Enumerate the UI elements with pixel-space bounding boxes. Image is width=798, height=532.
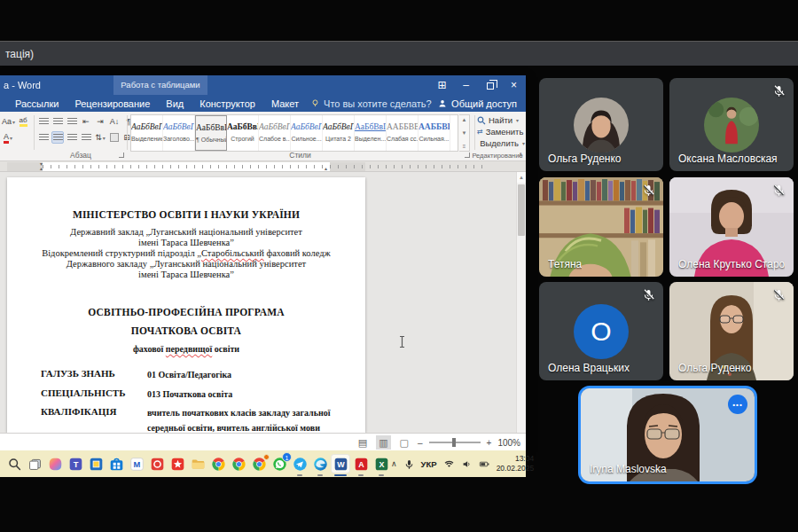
scrollbar-thumb[interactable]: [518, 184, 525, 236]
taskbar-icon-whatsapp[interactable]: 1: [270, 454, 289, 473]
style-name: Выделен...: [355, 136, 386, 142]
taskbar-icon-file-explorer[interactable]: [188, 454, 207, 473]
line-spacing-button[interactable]: ⇅▾: [94, 131, 106, 144]
style-gallery-item[interactable]: АаБбВвГгВыделение: [131, 115, 163, 151]
web-layout-button[interactable]: ▢: [397, 435, 411, 450]
participant-tile[interactable]: Олена Крутько Старо...: [669, 177, 794, 277]
close-button[interactable]: ×: [502, 75, 526, 95]
group-separator: [474, 115, 475, 150]
tab-review[interactable]: Рецензирование: [66, 98, 158, 109]
taskbar-icon-red-app-circle[interactable]: [147, 454, 167, 473]
taskbar-icon-word[interactable]: W: [331, 454, 350, 473]
print-layout-button[interactable]: ▥: [376, 435, 390, 450]
multilevel-list-button[interactable]: [66, 115, 78, 128]
collapse-ribbon-button[interactable]: ∧: [518, 151, 523, 159]
find-button[interactable]: Найти▾: [477, 114, 525, 126]
style-gallery-item[interactable]: АаБбВвГ:Сильное...: [291, 115, 323, 151]
style-name: ¶ Обычный: [196, 137, 226, 143]
participant-tile[interactable]: Тетяна: [539, 177, 663, 277]
share-button[interactable]: Общий доступ: [437, 98, 526, 109]
taskbar-icon-red-app-star[interactable]: [168, 454, 187, 473]
taskbar-icon-search[interactable]: [4, 454, 24, 473]
replace-button[interactable]: ⇄ Заменить: [477, 126, 525, 137]
taskbar-icon-mail-app[interactable]: M: [127, 454, 146, 473]
taskbar-icon-chrome-profile-3[interactable]: [249, 454, 269, 473]
tab-table-design[interactable]: Конструктор: [192, 98, 263, 109]
styles-gallery-scroll[interactable]: ▲▼≡: [459, 114, 470, 152]
select-button[interactable]: Выделить▾: [477, 137, 525, 149]
restore-button[interactable]: [478, 75, 502, 95]
taskbar-icon-chrome-profile-2[interactable]: [229, 454, 248, 473]
clock[interactable]: 13:04 20.02.2025: [497, 454, 535, 473]
style-sample: АаБбВвГ: [163, 118, 194, 136]
font-color-button[interactable]: А▾: [2, 131, 14, 144]
participant-tile[interactable]: Оксана Масловская: [669, 78, 794, 171]
taskbar-icon-acrobat[interactable]: A: [351, 454, 371, 473]
taskbar-icon-excel[interactable]: X: [372, 454, 391, 473]
language-indicator[interactable]: УКР: [421, 459, 437, 469]
tab-mailings[interactable]: Рассылки: [7, 98, 66, 109]
person-icon: [437, 98, 448, 109]
style-gallery-item[interactable]: АаБбВвГг,¶ Обычный: [195, 115, 227, 151]
read-mode-button[interactable]: ▤: [356, 435, 370, 450]
zoom-in-button[interactable]: +: [487, 438, 492, 448]
taskbar-icon-chrome-profile-1[interactable]: [208, 454, 228, 473]
taskbar-icon-microsoft-store[interactable]: [106, 454, 126, 473]
text-highlight-color-button[interactable]: аб: [17, 115, 29, 128]
tell-me-box[interactable]: Что вы хотите сделать?: [310, 98, 432, 109]
paragraph-dialog-launcher[interactable]: [119, 153, 124, 158]
decrease-indent-button[interactable]: ⇤: [80, 115, 92, 128]
align-left-button[interactable]: [37, 131, 50, 144]
battery-icon[interactable]: [479, 458, 490, 470]
bullets-button[interactable]: [37, 115, 50, 128]
numbering-button[interactable]: [51, 115, 64, 128]
ribbon-display-options-button[interactable]: ⊞: [430, 75, 454, 95]
style-gallery-item[interactable]: АаБбВвІСтрогий: [227, 115, 259, 151]
style-gallery-item[interactable]: АаБбВвГгЦитата 2: [323, 115, 355, 151]
increase-indent-button[interactable]: ⇥: [94, 115, 106, 128]
taskbar-icon-task-view[interactable]: [25, 454, 44, 473]
align-right-button[interactable]: [66, 131, 78, 144]
participant-tile[interactable]: Ольга Руденко: [539, 78, 663, 171]
minimize-button[interactable]: –: [454, 75, 478, 95]
tile-menu-button[interactable]: •••: [728, 395, 747, 414]
participant-name: Ольга Руденко: [678, 362, 752, 374]
taskbar-icon-teams[interactable]: T: [66, 454, 85, 473]
horizontal-ruler[interactable]: ▾ ▴ ▴: [0, 161, 526, 172]
vertical-scrollbar[interactable]: ▲: [516, 172, 526, 433]
tray-mic-icon[interactable]: [403, 458, 415, 470]
zoom-slider-thumb[interactable]: [452, 438, 456, 447]
right-indent-marker[interactable]: ▴: [325, 166, 327, 171]
document-canvas[interactable]: МІНІСТЕРСТВО ОСВІТИ І НАУКИ УКРАЇНИ Держ…: [0, 172, 526, 433]
tray-chevron-icon[interactable]: ∧: [391, 459, 397, 468]
sort-button[interactable]: А↓: [108, 115, 121, 128]
participant-tile[interactable]: ООлена Врацьких: [539, 282, 663, 380]
align-center-button[interactable]: [51, 131, 64, 144]
taskbar-icon-copilot[interactable]: [45, 454, 65, 473]
document-page[interactable]: МІНІСТЕРСТВО ОСВІТИ І НАУКИ УКРАЇНИ Держ…: [7, 177, 365, 433]
justify-button[interactable]: [80, 131, 92, 144]
taskbar-icon-photos-app[interactable]: [86, 454, 106, 473]
style-gallery-item[interactable]: АаБбВвГ:Слабое в...: [259, 115, 291, 151]
volume-icon[interactable]: [461, 458, 473, 470]
participant-tile[interactable]: •••Iryna Maslovska: [581, 388, 755, 481]
left-indent-marker[interactable]: ▴: [40, 166, 43, 171]
taskbar-icon-edge[interactable]: [310, 454, 330, 473]
participant-tile[interactable]: Ольга Руденко: [669, 282, 794, 380]
zoom-out-button[interactable]: –: [418, 438, 423, 448]
wifi-icon[interactable]: [443, 458, 455, 470]
zoom-percentage[interactable]: 100%: [497, 438, 520, 448]
scroll-up-arrow[interactable]: ▲: [517, 172, 526, 183]
tab-view[interactable]: Вид: [158, 98, 192, 109]
shading-button[interactable]: [108, 131, 121, 144]
style-gallery-item[interactable]: АаБбВвГЗаголово...: [163, 115, 195, 151]
style-name: Сильная...: [419, 136, 450, 142]
style-sample: АаБбВвГг: [131, 118, 162, 136]
tab-table-layout[interactable]: Макет: [263, 98, 307, 109]
style-gallery-item[interactable]: ААББВВГСлабая сс...: [387, 115, 419, 151]
zoom-slider[interactable]: [429, 442, 481, 443]
style-gallery-item[interactable]: АаБбВвГгВыделен...: [355, 115, 387, 151]
change-case-button[interactable]: Аа▾: [2, 115, 15, 128]
style-gallery-item[interactable]: ААББВВІСильная...: [419, 115, 450, 151]
taskbar-icon-telegram[interactable]: [290, 454, 309, 473]
